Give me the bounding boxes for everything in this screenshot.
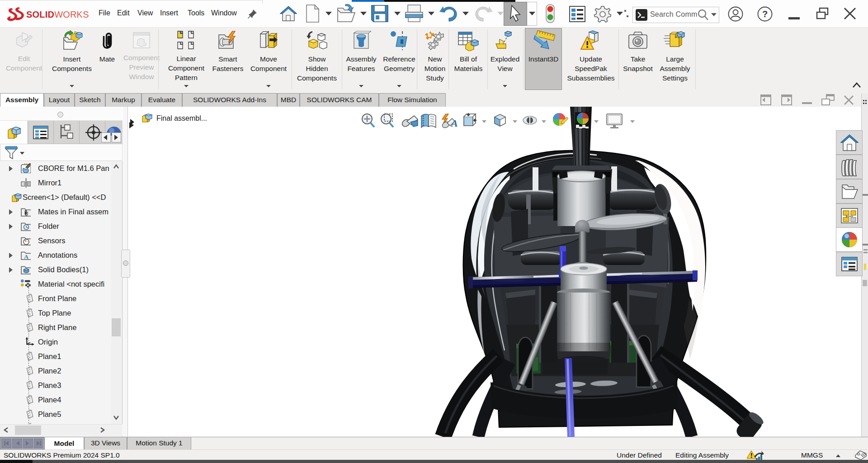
svg-text:SOLIDWORKS: SOLIDWORKS <box>26 9 89 19</box>
svg-text:?: ? <box>762 9 768 19</box>
svg-text:A: A <box>450 118 458 128</box>
svg-text:A: A <box>24 253 28 260</box>
